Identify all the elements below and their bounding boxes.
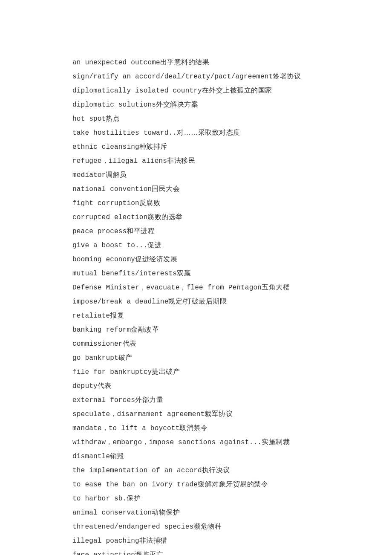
vocabulary-entry: peace process和平进程 [72,224,320,238]
chinese-translation: 腐败的选举 [147,213,183,220]
english-term: commissioner [72,340,123,348]
english-term: speculate，disarmament agreement [72,410,205,418]
chinese-translation: 规定/打破最后期限 [168,298,227,305]
document-page: an unexpected outcome出乎意料的结果sign/ratify … [0,0,392,555]
english-term: threatened/endangered species [72,523,193,531]
vocabulary-entry: speculate，disarmament agreement裁军协议 [72,407,320,421]
english-term: diplomatically isolated country [72,87,202,95]
vocabulary-entry: go bankrupt破产 [72,351,320,365]
chinese-translation: 调解员 [106,171,127,178]
chinese-translation: 取消禁令 [179,424,208,431]
chinese-translation: 出乎意料的结果 [160,58,210,66]
english-term: corrupted election [72,214,147,221]
chinese-translation: 动物保护 [152,509,180,516]
chinese-translation: 反腐败 [139,199,161,206]
vocabulary-entry: ethnic cleansing种族排斥 [72,140,320,154]
vocabulary-entry: face extinction濒临灭亡 [72,548,320,555]
vocabulary-entry: impose/break a deadline规定/打破最后期限 [72,295,320,309]
vocabulary-list: an unexpected outcome出乎意料的结果sign/ratify … [72,55,320,555]
english-term: external forces [72,396,135,404]
chinese-translation: 金融改革 [131,326,159,333]
english-term: retaliate [72,312,110,320]
chinese-translation: 执行决议 [202,466,230,474]
english-term: go bankrupt [72,354,118,362]
english-term: deputy [72,382,98,390]
vocabulary-entry: refugee，illegal aliens非法移民 [72,154,320,168]
vocabulary-entry: retaliate报复 [72,309,320,323]
chinese-translation: 破产 [118,354,133,361]
chinese-translation: 促进经济发展 [135,255,177,263]
vocabulary-entry: diplomatically isolated country在外交上被孤立的国… [72,84,320,98]
vocabulary-entry: banking reform金融改革 [72,323,320,337]
chinese-translation: 销毁 [110,452,124,460]
english-term: Defense Minister，evacuate，flee from Pent… [72,284,262,292]
chinese-translation: 报复 [110,312,124,319]
vocabulary-entry: hot spot热点 [72,112,320,126]
english-term: mandate，to lift a boycott [72,425,179,432]
vocabulary-entry: commissioner代表 [72,337,320,351]
vocabulary-entry: mutual benefits/interests双赢 [72,266,320,280]
chinese-translation: 实施制裁 [262,438,290,445]
chinese-translation: 对……采取敌对态度 [177,129,240,136]
english-term: fight corruption [72,199,139,207]
vocabulary-entry: take hostilities toward..对……采取敌对态度 [72,126,320,140]
chinese-translation: 非法捕猎 [139,537,167,544]
vocabulary-entry: file for bankruptcy提出破产 [72,365,320,379]
chinese-translation: 热点 [106,115,120,122]
chinese-translation: 五角大楼 [262,283,290,291]
english-term: banking reform [72,326,131,334]
chinese-translation: 签署协议 [273,72,301,80]
english-term: take hostilities toward.. [72,129,177,137]
english-term: give a boost to... [72,242,147,249]
chinese-translation: 国民大会 [152,185,180,192]
vocabulary-entry: national convention国民大会 [72,182,320,196]
vocabulary-entry: illegal poaching非法捕猎 [72,534,320,548]
chinese-translation: 非法移民 [167,157,195,164]
english-term: mutual benefits/interests [72,270,177,278]
english-term: refugee，illegal aliens [72,157,167,165]
chinese-translation: 濒危物种 [193,523,222,530]
english-term: national convention [72,185,152,193]
chinese-translation: 外部力量 [135,396,163,403]
chinese-translation: 在外交上被孤立的国家 [202,87,272,94]
english-term: diplomatic solutions [72,101,156,109]
chinese-translation: 缓解对象牙贸易的禁令 [198,480,268,488]
english-term: to harbor sb. [72,495,127,503]
chinese-translation: 和平进程 [127,227,155,234]
english-term: animal conservation [72,509,152,517]
vocabulary-entry: an unexpected outcome出乎意料的结果 [72,55,320,69]
vocabulary-entry: fight corruption反腐败 [72,196,320,210]
english-term: an unexpected outcome [72,59,160,66]
vocabulary-entry: mediator调解员 [72,168,320,182]
english-term: booming economy [72,256,135,263]
vocabulary-entry: dismantle销毁 [72,449,320,463]
chinese-translation: 保护 [127,494,141,502]
vocabulary-entry: animal conservation动物保护 [72,506,320,520]
chinese-translation: 外交解决方案 [156,101,198,108]
vocabulary-entry: external forces外部力量 [72,393,320,407]
chinese-translation: 提出破产 [152,368,180,375]
english-term: hot spot [72,115,106,123]
vocabulary-entry: mandate，to lift a boycott取消禁令 [72,421,320,435]
vocabulary-entry: the implementation of an accord执行决议 [72,463,320,477]
vocabulary-entry: give a boost to...促进 [72,238,320,252]
chinese-translation: 代表 [98,382,112,389]
english-term: sign/ratify an accord/deal/treaty/pact/a… [72,73,273,81]
chinese-translation: 促进 [147,241,161,249]
english-term: face extinction [72,551,135,555]
english-term: illegal poaching [72,537,139,545]
english-term: mediator [72,171,106,179]
chinese-translation: 种族排斥 [139,143,167,150]
vocabulary-entry: to harbor sb.保护 [72,491,320,506]
chinese-translation: 双赢 [177,269,191,277]
chinese-translation: 濒临灭亡 [135,551,163,555]
chinese-translation: 裁军协议 [205,410,233,417]
vocabulary-entry: diplomatic solutions外交解决方案 [72,98,320,112]
vocabulary-entry: sign/ratify an accord/deal/treaty/pact/a… [72,69,320,84]
english-term: to ease the ban on ivory trade [72,481,198,489]
vocabulary-entry: to ease the ban on ivory trade缓解对象牙贸易的禁令 [72,477,320,491]
english-term: dismantle [72,453,110,460]
vocabulary-entry: booming economy促进经济发展 [72,252,320,266]
english-term: impose/break a deadline [72,298,168,306]
english-term: the implementation of an accord [72,467,202,474]
